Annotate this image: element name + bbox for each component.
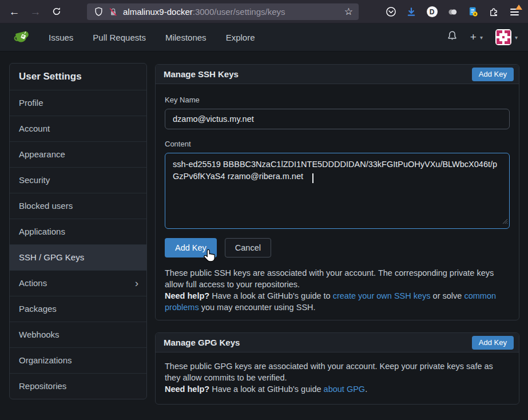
sidebar-item-packages[interactable]: Packages xyxy=(10,296,146,322)
key-name-label: Key Name xyxy=(165,96,510,104)
key-content-textarea[interactable]: ssh-ed25519 BBBBC3NzaC1lZDI1NTE5DDDDIDAN… xyxy=(165,153,510,229)
gitea-navbar: Issues Pull Requests Milestones Explore … xyxy=(0,23,528,51)
key-name-input[interactable] xyxy=(165,109,510,129)
sidebar-item-account[interactable]: Account xyxy=(10,116,146,141)
tracking-shield-icon[interactable] xyxy=(94,7,104,17)
gitea-logo-icon[interactable] xyxy=(13,28,31,47)
main-column: Manage SSH Keys Add Key Key Name Content… xyxy=(155,64,519,405)
gpg-help-text: These public GPG keys are associated wit… xyxy=(165,360,510,395)
notifications-bell-icon[interactable] xyxy=(447,30,458,44)
sidebar-item-webhooks[interactable]: Webhooks xyxy=(10,322,146,347)
link-create-ssh-keys[interactable]: create your own SSH keys xyxy=(333,291,431,300)
back-button[interactable]: ← xyxy=(6,3,23,19)
bookmark-star-icon[interactable]: ☆ xyxy=(344,6,353,18)
url-bar[interactable]: almalinux9-docker:3000/user/settings/key… xyxy=(87,3,359,20)
gpg-panel-title: Manage GPG Keys xyxy=(164,338,240,347)
cancel-button[interactable]: Cancel xyxy=(225,238,271,257)
ssh-help-text: These public SSH keys are associated wit… xyxy=(165,267,510,313)
sidebar-item-profile[interactable]: Profile xyxy=(10,90,146,116)
page-content: User Settings Profile Account Appearance… xyxy=(0,51,528,420)
sidebar-item-appearance[interactable]: Appearance xyxy=(10,141,146,167)
chevron-down-icon: ▾ xyxy=(480,34,483,41)
nav-link-issues[interactable]: Issues xyxy=(49,33,73,42)
resize-grip[interactable] xyxy=(502,216,508,227)
pocket-icon[interactable] xyxy=(380,0,401,23)
avatar xyxy=(495,29,511,45)
ssh-panel-title: Manage SSH Keys xyxy=(164,69,239,79)
user-menu[interactable]: ▾ xyxy=(495,29,518,45)
ssh-add-key-header-button[interactable]: Add Key xyxy=(472,68,514,81)
nav-link-milestones[interactable]: Milestones xyxy=(165,33,207,42)
reload-button[interactable] xyxy=(48,3,65,19)
manage-ssh-keys-panel: Manage SSH Keys Add Key Key Name Content… xyxy=(155,64,519,320)
create-new-menu[interactable]: + ▾ xyxy=(470,31,483,43)
sidebar-item-organizations[interactable]: Organizations xyxy=(10,347,146,373)
page-saver-extension-icon[interactable] xyxy=(463,0,483,23)
nav-link-pull-requests[interactable]: Pull Requests xyxy=(93,33,146,42)
nav-link-explore[interactable]: Explore xyxy=(226,33,255,42)
duckduckgo-icon[interactable]: D xyxy=(422,0,442,23)
content-label: Content xyxy=(165,140,510,148)
url-path: :3000/user/settings/keys xyxy=(193,7,285,17)
link-about-gpg[interactable]: about GPG xyxy=(324,385,366,394)
url-host: almalinux9-docker xyxy=(123,7,193,17)
insecure-lock-icon[interactable] xyxy=(109,7,118,17)
ssh-panel-header: Manage SSH Keys Add Key xyxy=(156,65,519,84)
back-arrow-icon: ← xyxy=(9,6,20,17)
sidebar-item-security[interactable]: Security xyxy=(10,167,146,193)
ssh-panel-body: Key Name Content ssh-ed25519 BBBBC3NzaC1… xyxy=(156,84,519,320)
gpg-add-key-header-button[interactable]: Add Key xyxy=(472,336,514,350)
app-menu-icon[interactable] xyxy=(504,0,525,23)
plus-icon: + xyxy=(470,31,477,43)
sidebar-item-actions[interactable]: Actions› xyxy=(10,270,146,296)
text-caret xyxy=(312,173,313,183)
update-badge xyxy=(515,5,522,10)
privacy-badger-icon[interactable] xyxy=(442,0,463,23)
forward-button[interactable]: → xyxy=(27,3,44,19)
gpg-panel-body: These public GPG keys are associated wit… xyxy=(156,352,519,404)
downloads-icon[interactable] xyxy=(401,0,422,23)
extensions-puzzle-icon[interactable] xyxy=(483,0,504,23)
manage-gpg-keys-panel: Manage GPG Keys Add Key These public GPG… xyxy=(155,332,519,405)
settings-sidebar: User Settings Profile Account Appearance… xyxy=(9,63,147,399)
forward-arrow-icon: → xyxy=(30,6,41,17)
sidebar-title: User Settings xyxy=(10,64,146,90)
chevron-right-icon: › xyxy=(135,271,138,296)
reload-icon xyxy=(52,7,61,16)
sidebar-item-applications[interactable]: Applications xyxy=(10,219,146,244)
add-key-submit-button[interactable]: Add Key xyxy=(165,238,217,257)
sidebar-item-ssh-gpg-keys[interactable]: SSH / GPG Keys xyxy=(10,244,146,270)
url-text: almalinux9-docker:3000/user/settings/key… xyxy=(123,7,340,17)
sidebar-item-repositories[interactable]: Repositories xyxy=(10,373,146,399)
gpg-panel-header: Manage GPG Keys Add Key xyxy=(156,333,519,352)
chevron-down-icon: ▾ xyxy=(515,34,518,41)
browser-toolbar: ← → almalinux9-docker:3000/user/settings… xyxy=(0,0,528,23)
sidebar-item-blocked-users[interactable]: Blocked users xyxy=(10,193,146,219)
